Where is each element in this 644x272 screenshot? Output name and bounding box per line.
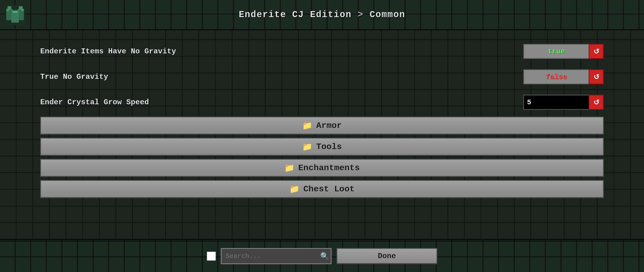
reset-grow-speed-btn[interactable]: ↺ [589, 95, 604, 110]
setting-true-no-gravity-control: false ↺ [523, 69, 604, 84]
setting-true-no-gravity: True No Gravity false ↺ [40, 64, 604, 90]
grow-speed-input[interactable] [523, 95, 589, 110]
folder-armor-icon: 📁 [302, 121, 312, 131]
svg-rect-9 [6, 9, 9, 11]
category-armor-btn[interactable]: 📁 Armor [40, 117, 604, 135]
category-enchantments-btn[interactable]: 📁 Enchantments [40, 159, 604, 177]
svg-rect-10 [21, 9, 24, 11]
folder-chest-loot-icon: 📁 [289, 184, 299, 194]
reset-icon: ↺ [593, 47, 599, 56]
category-armor-label: Armor [316, 121, 342, 130]
category-enchantments-label: Enchantments [298, 163, 360, 173]
toggle-no-gravity-btn[interactable]: true [523, 44, 589, 59]
search-checkbox[interactable] [207, 252, 216, 261]
folder-tools-icon: 📁 [302, 142, 312, 152]
setting-no-gravity: Enderite Items Have No Gravity true ↺ [40, 39, 604, 64]
folder-enchantments-icon: 📁 [284, 163, 294, 173]
reset-no-gravity-btn[interactable]: ↺ [589, 44, 604, 59]
breadcrumb-title: Enderite CJ Edition [239, 10, 351, 20]
reset-true-no-gravity-btn[interactable]: ↺ [589, 69, 604, 84]
category-chest-loot-btn[interactable]: 📁 Chest Loot [40, 180, 604, 198]
search-wrapper: 🔍 [221, 248, 332, 264]
category-chest-loot-label: Chest Loot [303, 184, 355, 194]
setting-true-no-gravity-label: True No Gravity [40, 73, 108, 81]
done-button[interactable]: Done [337, 248, 437, 264]
search-input[interactable] [221, 248, 332, 264]
search-icon: 🔍 [320, 252, 329, 260]
setting-grow-speed: Ender Crystal Grow Speed ↺ [40, 90, 604, 115]
reset-icon-2: ↺ [593, 73, 599, 81]
breadcrumb-separator: > [358, 10, 364, 20]
breadcrumb-section: Common [370, 10, 405, 20]
reset-icon-3: ↺ [593, 98, 599, 107]
category-tools-label: Tools [316, 142, 342, 152]
setting-no-gravity-label: Enderite Items Have No Gravity [40, 47, 176, 56]
svg-rect-8 [13, 11, 18, 13]
setting-grow-speed-control: ↺ [523, 95, 604, 110]
toggle-true-no-gravity-btn[interactable]: false [523, 69, 589, 84]
category-tools-btn[interactable]: 📁 Tools [40, 138, 604, 156]
setting-no-gravity-control: true ↺ [523, 44, 604, 59]
mod-icon [5, 5, 25, 25]
setting-grow-speed-label: Ender Crystal Grow Speed [40, 98, 149, 107]
